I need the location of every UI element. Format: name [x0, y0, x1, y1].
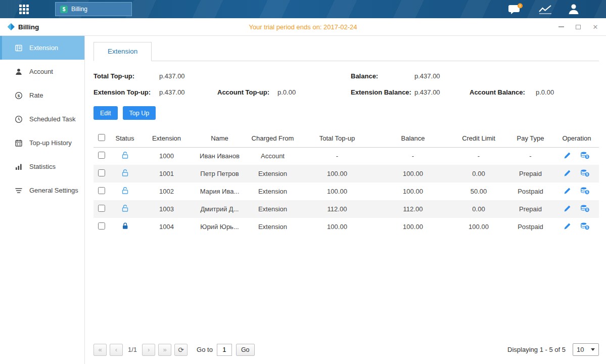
minimize-button[interactable]: [557, 23, 565, 30]
charged-from-cell: Extension: [246, 183, 299, 200]
clock-icon: [15, 115, 23, 123]
top-bar: $ Billing !: [0, 0, 606, 18]
svg-text:$: $: [586, 208, 588, 212]
topup-icon[interactable]: $: [580, 151, 590, 161]
charged-from-cell: Extension: [246, 218, 299, 236]
unlocked-icon[interactable]: [121, 204, 129, 214]
topup-icon[interactable]: $: [580, 187, 590, 196]
extension-cell: 1003: [140, 200, 193, 218]
extension-cell: 1000: [140, 147, 193, 165]
row-checkbox[interactable]: [98, 222, 105, 230]
extension-cell: 1002: [140, 183, 193, 200]
summary-balance: Balance: p.437.00: [351, 72, 470, 80]
page-indicator: 1/1: [128, 346, 137, 353]
tab-extension[interactable]: Extension: [94, 42, 152, 61]
pay-type-cell: Prepaid: [506, 200, 554, 218]
table-header-row: Status Extension Name Charged From Total…: [94, 130, 599, 147]
col-operation: Operation: [554, 130, 599, 147]
topup-icon[interactable]: $: [580, 222, 590, 232]
extension-cell: 1004: [140, 218, 193, 236]
sidebar: Extension Account $ Rate Scheduled Task: [0, 36, 85, 364]
statistics-chart-icon[interactable]: [538, 4, 552, 14]
sidebar-item-account[interactable]: Account: [0, 60, 84, 83]
sidebar-item-rate[interactable]: $ Rate: [0, 83, 84, 107]
sidebar-item-label: General Settings: [29, 187, 78, 194]
credit-limit-cell: -: [451, 147, 506, 165]
account-icon: [15, 68, 23, 76]
tab-bar: Extension: [94, 42, 599, 61]
col-charged-from: Charged From: [246, 130, 299, 147]
next-page-button[interactable]: ›: [142, 344, 155, 356]
sidebar-item-label: Top-up History: [29, 139, 72, 147]
page-size-value: 10: [577, 346, 584, 353]
summary-account-balance: Account Balance: p.0.00: [470, 88, 599, 96]
topup-icon[interactable]: $: [580, 169, 590, 178]
edit-icon[interactable]: [564, 169, 571, 178]
summary-extension-balance: Extension Balance: p.437.00: [351, 88, 470, 96]
first-page-button[interactable]: «: [94, 344, 107, 356]
locked-icon[interactable]: [121, 222, 129, 232]
pay-type-cell: Prepaid: [506, 165, 554, 183]
notifications-icon[interactable]: !: [508, 3, 523, 15]
last-page-button[interactable]: »: [158, 344, 171, 356]
name-cell: Иван Иванов: [193, 147, 246, 165]
calendar-icon: [15, 139, 23, 147]
pay-type-cell: -: [506, 147, 554, 165]
app-launcher-icon[interactable]: [19, 5, 29, 14]
row-checkbox[interactable]: [98, 169, 105, 176]
svg-text:$: $: [586, 172, 588, 176]
trial-notice: Your trial period ends on: 2017-02-24: [249, 23, 357, 31]
edit-button[interactable]: Edit: [94, 106, 118, 120]
goto-page-input[interactable]: [217, 344, 232, 356]
prev-page-button[interactable]: ‹: [110, 344, 123, 356]
sidebar-item-topup-history[interactable]: Top-up History: [0, 131, 84, 155]
edit-icon[interactable]: [564, 205, 571, 214]
page-size-select[interactable]: 10: [573, 343, 599, 356]
table-row: 1002 Мария Ива... Extension 100.00 100.0…: [94, 183, 599, 200]
sidebar-item-label: Statistics: [29, 163, 56, 170]
extensions-table: Status Extension Name Charged From Total…: [94, 130, 599, 236]
settings-lines-icon: [15, 187, 23, 195]
summary-account-topup: Account Top-up: p.0.00: [217, 88, 351, 96]
name-cell: Мария Ива...: [193, 183, 246, 200]
col-balance: Balance: [375, 130, 451, 147]
notification-badge: !: [520, 4, 521, 8]
billing-dollar-icon: $: [60, 6, 68, 13]
edit-icon[interactable]: [564, 187, 571, 196]
total-topup-cell: 100.00: [299, 165, 375, 183]
table-row: 1003 Дмитрий Д... Extension 112.00 112.0…: [94, 200, 599, 218]
row-checkbox[interactable]: [98, 205, 105, 212]
credit-limit-cell: 50.00: [451, 183, 506, 200]
edit-icon[interactable]: [564, 152, 571, 161]
billing-summary: Total Top-up: p.437.00 Balance: p.437.00…: [94, 72, 599, 96]
edit-icon[interactable]: [564, 222, 571, 232]
name-cell: Юрий Юрь...: [193, 218, 246, 236]
user-account-icon[interactable]: [568, 3, 580, 15]
row-checkbox[interactable]: [98, 187, 105, 194]
topbar-tab-billing[interactable]: $ Billing: [55, 2, 132, 16]
unlocked-icon[interactable]: [121, 151, 129, 161]
extension-cell: 1001: [140, 165, 193, 183]
table-row: 1004 Юрий Юрь... Extension 100.00 100.00…: [94, 218, 599, 236]
sidebar-item-extension[interactable]: Extension: [0, 36, 84, 60]
billing-app-logo-icon: [7, 23, 15, 31]
sidebar-item-general-settings[interactable]: General Settings: [0, 178, 84, 202]
name-cell: Петр Петров: [193, 165, 246, 183]
row-checkbox[interactable]: [98, 152, 105, 159]
sidebar-item-scheduled-task[interactable]: Scheduled Task: [0, 107, 84, 131]
close-button[interactable]: ✕: [592, 23, 599, 30]
col-credit-limit: Credit Limit: [451, 130, 506, 147]
top-up-button[interactable]: Top Up: [123, 106, 156, 120]
sidebar-item-statistics[interactable]: Statistics: [0, 155, 84, 178]
unlocked-icon[interactable]: [121, 187, 129, 196]
select-all-checkbox[interactable]: [98, 134, 105, 141]
refresh-icon[interactable]: ⟳: [174, 344, 188, 356]
maximize-button[interactable]: [575, 23, 582, 30]
charged-from-cell: Extension: [246, 165, 299, 183]
go-button[interactable]: Go: [236, 344, 255, 356]
rate-icon: $: [15, 92, 23, 100]
topup-icon[interactable]: $: [580, 204, 590, 214]
charged-from-cell: Extension: [246, 200, 299, 218]
chevron-down-icon: [591, 348, 595, 351]
unlocked-icon[interactable]: [121, 169, 129, 178]
